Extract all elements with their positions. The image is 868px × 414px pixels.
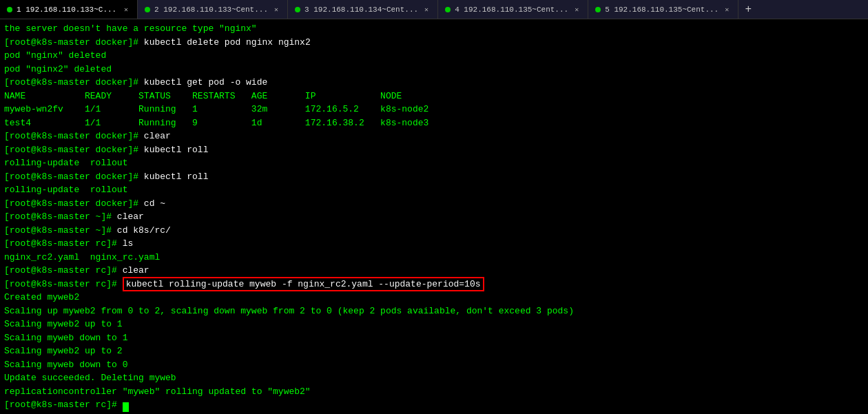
terminal-line: [root@k8s-master ~]# cd k8s/rc/ (4, 224, 864, 238)
tab-close-4[interactable]: ✕ (572, 5, 581, 14)
terminal-line: [root@k8s-master docker]# kubectl delete… (4, 36, 864, 50)
terminal-line: rolling-update rollout (4, 156, 864, 170)
terminal-area[interactable]: the server doesn't have a resource type … (0, 19, 868, 414)
terminal-line: Scaling up myweb2 from 0 to 2, scaling d… (4, 304, 864, 318)
prompt-text: [root@k8s-master rc]# (4, 265, 123, 276)
terminal-line: [root@k8s-master docker]# clear (4, 130, 864, 143)
tab-label-4: 4 192.168.110.135~Cent... (455, 6, 568, 14)
command-text: kubectl roll (144, 172, 209, 182)
tab-1[interactable]: 1 192.168.110.133~C... ✕ (0, 0, 138, 19)
prompt-text: [root@k8s-master ~]# (4, 225, 117, 236)
tab-label-5: 5 192.168.110.135~Cent... (605, 6, 719, 14)
terminal-line: [root@k8s-master rc]# clear (4, 264, 864, 278)
terminal-line: [root@k8s-master docker]# kubectl roll (4, 170, 864, 184)
terminal-cursor (123, 402, 129, 412)
tab-4[interactable]: 4 192.168.110.135~Cent... ✕ (438, 0, 588, 19)
terminal-line: [root@k8s-master docker]# kubectl roll (4, 143, 864, 157)
prompt-text: [root@k8s-master docker]# (4, 131, 144, 141)
command-text: clear (117, 211, 144, 222)
prompt-text: [root@k8s-master docker]# (4, 198, 144, 209)
tab-label-2: 2 192.168.110.133~Cent... (154, 6, 268, 14)
prompt-text: [root@k8s-master rc]# (4, 238, 123, 249)
tab-dot-1 (7, 7, 12, 12)
terminal-line: the server doesn't have a resource type … (4, 22, 864, 36)
command-text: clear (144, 131, 171, 141)
tab-close-1[interactable]: ✕ (122, 5, 130, 14)
prompt-text: [root@k8s-master ~]# (4, 211, 117, 222)
tab-dot-2 (145, 7, 150, 12)
terminal-line: nginx_rc2.yaml nginx_rc.yaml (4, 251, 864, 265)
tab-label-1: 1 192.168.110.133~C... (17, 6, 118, 14)
terminal-line: [root@k8s-master rc]# (4, 398, 864, 412)
terminal-line: Scaling myweb2 up to 2 (4, 344, 864, 358)
terminal-line: [root@k8s-master docker]# kubectl get po… (4, 76, 864, 90)
tab-2[interactable]: 2 192.168.110.133~Cent... ✕ (138, 0, 288, 19)
tab-dot-4 (445, 7, 451, 12)
terminal-line: test4 1/1 Running 9 1d 172.16.38.2 k8s-n… (4, 116, 864, 130)
terminal-line: pod "nginx" deleted (4, 49, 864, 63)
tab-dot-3 (295, 7, 300, 12)
terminal-line: [root@k8s-master rc]# ls (4, 237, 864, 251)
terminal-line: Update succeeded. Deleting myweb (4, 371, 864, 385)
terminal-line: rolling-update rollout (4, 183, 864, 197)
prompt-text: [root@k8s-master rc]# (4, 279, 123, 289)
prompt-text: [root@k8s-master rc]# (4, 400, 123, 410)
terminal-line: replicationcontroller "myweb" rolling up… (4, 385, 864, 399)
prompt-text: [root@k8s-master docker]# (4, 77, 144, 87)
new-tab-button[interactable]: + (738, 0, 758, 19)
tab-dot-5 (595, 7, 601, 12)
command-text: kubectl delete pod nginx nginx2 (144, 37, 311, 48)
tab-label-3: 3 192.168.110.134~Cent... (304, 6, 418, 14)
tab-close-3[interactable]: ✕ (422, 5, 431, 14)
command-text: kubectl get pod -o wide (144, 77, 267, 87)
command-text: ls (123, 238, 134, 249)
command-text: clear (123, 265, 149, 276)
highlighted-command: kubectl rolling-update myweb -f nginx_rc… (123, 277, 484, 291)
prompt-text: [root@k8s-master docker]# (4, 145, 144, 155)
tab-5[interactable]: 5 192.168.110.135~Cent... ✕ (588, 0, 738, 19)
terminal-line: [root@k8s-master ~]# clear (4, 210, 864, 224)
terminal-line: Scaling myweb2 up to 1 (4, 318, 864, 331)
command-text: kubectl roll (144, 145, 209, 155)
terminal-line: Scaling myweb down to 0 (4, 358, 864, 372)
tab-close-5[interactable]: ✕ (723, 5, 731, 14)
terminal-line: myweb-wn2fv 1/1 Running 1 32m 172.16.5.2… (4, 103, 864, 116)
terminal-line: Scaling myweb down to 1 (4, 331, 864, 345)
terminal-line: [root@k8s-master docker]# cd ~ (4, 197, 864, 211)
terminal-line: NAME READY STATUS RESTARTS AGE IP NODE (4, 90, 864, 103)
tab-3[interactable]: 3 192.168.110.134~Cent... ✕ (288, 0, 438, 19)
terminal-line: pod "nginx2" deleted (4, 63, 864, 76)
command-text: cd ~ (144, 198, 165, 209)
command-text: cd k8s/rc/ (117, 225, 171, 236)
terminal-line: Created myweb2 (4, 291, 864, 304)
prompt-text: [root@k8s-master docker]# (4, 37, 144, 48)
prompt-text: [root@k8s-master docker]# (4, 172, 144, 182)
terminal-line: [root@k8s-master rc]# kubectl rolling-up… (4, 278, 864, 291)
tab-bar: 1 192.168.110.133~C... ✕ 2 192.168.110.1… (0, 0, 868, 19)
tab-close-2[interactable]: ✕ (272, 5, 280, 14)
